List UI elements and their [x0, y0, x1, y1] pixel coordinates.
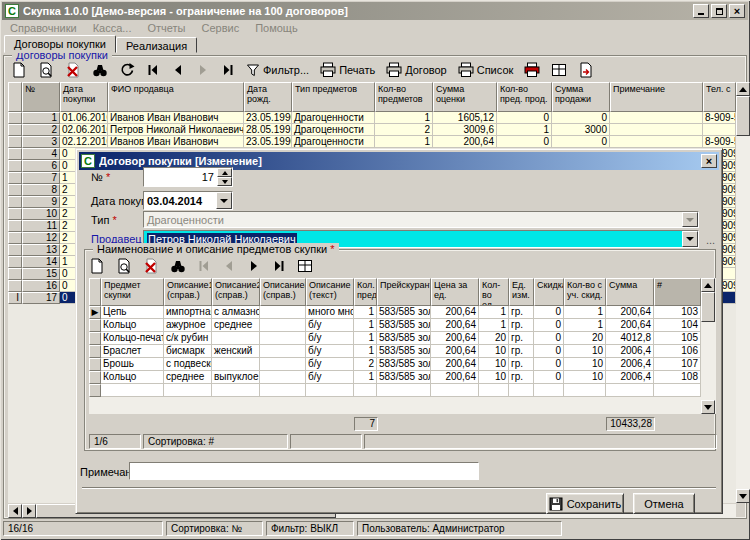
column-header[interactable]: Сумма оценки: [433, 82, 497, 112]
seller-dropdown-button[interactable]: [682, 231, 698, 247]
menu-item-service[interactable]: Сервис: [201, 22, 239, 34]
table-cell[interactable]: Петров Николай Николаевич: [108, 124, 244, 136]
table-cell[interactable]: 200,64: [606, 319, 654, 332]
column-header[interactable]: №: [22, 82, 60, 112]
column-header[interactable]: Описание3 (справ.): [260, 278, 306, 306]
table-cell[interactable]: с алмазной: [212, 306, 260, 319]
vertical-scroll-thumb[interactable]: [701, 292, 715, 322]
table-cell[interactable]: 1: [354, 371, 377, 384]
print-button[interactable]: Печать: [318, 61, 377, 79]
column-header[interactable]: Прейскурант: [377, 278, 431, 306]
table-cell[interactable]: 200,64: [431, 371, 479, 384]
save-button[interactable]: Сохранить: [546, 493, 624, 514]
item-nav-next-button[interactable]: [245, 258, 263, 274]
table-cell[interactable]: 1: [354, 306, 377, 319]
table-cell[interactable]: 23.05.1990: [244, 112, 292, 124]
date-dropdown-button[interactable]: [216, 192, 232, 209]
table-cell[interactable]: [610, 124, 703, 136]
table-cell[interactable]: [610, 112, 703, 124]
table-cell[interactable]: [703, 124, 736, 136]
table-row[interactable]: Брошьс подвескойб/у2583/585 золо200,6410…: [89, 358, 701, 371]
table-cell[interactable]: Драгоценности: [292, 124, 375, 136]
table-cell[interactable]: 104: [654, 319, 701, 332]
table-cell[interactable]: выпуклое: [212, 371, 260, 384]
table-cell[interactable]: [610, 136, 703, 148]
table-cell[interactable]: 1: [564, 306, 606, 319]
refresh-button[interactable]: [117, 61, 137, 79]
table-cell[interactable]: гр.: [509, 371, 534, 384]
table-cell[interactable]: [260, 345, 306, 358]
scroll-up-button[interactable]: [736, 82, 750, 96]
table-cell[interactable]: 2: [354, 358, 377, 371]
table-cell[interactable]: импортная: [164, 306, 212, 319]
column-header[interactable]: Тел. с: [703, 82, 736, 112]
table-cell[interactable]: 200,64: [431, 345, 479, 358]
table-cell[interactable]: [260, 306, 306, 319]
table-cell[interactable]: 1: [564, 319, 606, 332]
table-cell[interactable]: [260, 371, 306, 384]
table-cell[interactable]: Кольцо-печатка: [101, 332, 164, 345]
table-cell[interactable]: 0: [497, 112, 552, 124]
cash-print-button[interactable]: [522, 61, 542, 79]
item-nav-last-button[interactable]: [270, 258, 288, 274]
table-cell[interactable]: [260, 332, 306, 345]
table-cell[interactable]: 3000: [552, 124, 610, 136]
table-cell[interactable]: 200,64: [431, 306, 479, 319]
table-cell[interactable]: 583/585 золо: [377, 306, 431, 319]
table-cell[interactable]: среднее: [212, 319, 260, 332]
table-cell[interactable]: 583/585 золо: [377, 345, 431, 358]
nav-first-button[interactable]: [144, 62, 162, 78]
table-cell[interactable]: 20: [564, 332, 606, 345]
table-cell[interactable]: 8-909-5: [703, 112, 736, 124]
column-header[interactable]: Предмет скупки: [101, 278, 164, 306]
contract-number-field[interactable]: 17: [143, 167, 233, 187]
table-cell[interactable]: 103: [654, 306, 701, 319]
column-header[interactable]: ФИО продавца: [108, 82, 244, 112]
table-cell[interactable]: 200,64: [431, 358, 479, 371]
table-cell[interactable]: 1: [497, 124, 552, 136]
vertical-scroll-thumb[interactable]: [736, 96, 750, 136]
tab-purchase-contracts[interactable]: Договоры покупки: [4, 35, 116, 53]
table-cell[interactable]: Браслет: [101, 345, 164, 358]
column-header[interactable]: Примечание: [610, 82, 703, 112]
scroll-up-button[interactable]: [701, 278, 715, 292]
table-cell[interactable]: 583/585 золо: [377, 358, 431, 371]
table-cell[interactable]: Иванов Иван Иванович: [108, 112, 244, 124]
nav-last-button[interactable]: [219, 62, 237, 78]
table-cell[interactable]: б/у: [306, 371, 354, 384]
column-header[interactable]: #: [654, 278, 701, 306]
table-cell[interactable]: бисмарк: [164, 345, 212, 358]
table-cell[interactable]: среднее: [164, 371, 212, 384]
table-cell[interactable]: 200,64: [433, 136, 497, 148]
menu-item-help[interactable]: Помощь: [255, 22, 298, 34]
table-cell[interactable]: 0: [534, 319, 564, 332]
table-cell[interactable]: б/у: [306, 345, 354, 358]
table-cell[interactable]: 23.05.1990: [244, 136, 292, 148]
column-header[interactable]: Сумма продажи: [552, 82, 610, 112]
new-record-button[interactable]: [9, 61, 29, 79]
table-cell[interactable]: 0: [534, 306, 564, 319]
table-cell[interactable]: 108: [654, 371, 701, 384]
item-grid-button[interactable]: [295, 257, 315, 275]
table-cell[interactable]: 10: [479, 371, 509, 384]
table-cell[interactable]: Кольцо: [101, 319, 164, 332]
table-cell[interactable]: 200,64: [606, 306, 654, 319]
table-cell[interactable]: б/у: [306, 358, 354, 371]
table-cell[interactable]: 0: [534, 358, 564, 371]
item-new-button[interactable]: [87, 257, 107, 275]
column-header[interactable]: Дата рожд.: [244, 82, 292, 112]
table-cell[interactable]: гр.: [509, 345, 534, 358]
table-cell[interactable]: ажурное: [164, 319, 212, 332]
column-header[interactable]: Цена за ед.: [431, 278, 479, 306]
column-header[interactable]: Тип предметов: [292, 82, 375, 112]
table-cell[interactable]: б/у: [306, 332, 354, 345]
table-row[interactable]: ▶Цепьимпортнаяс алмазноймного много1583/…: [89, 306, 701, 319]
table-row[interactable]: 101.06.2010Иванов Иван Иванович23.05.199…: [8, 112, 736, 124]
table-cell[interactable]: 1: [354, 345, 377, 358]
table-cell[interactable]: 200,64: [431, 332, 479, 345]
column-header[interactable]: Кол-во с уч. скид.: [564, 278, 606, 306]
table-cell[interactable]: 0: [552, 112, 610, 124]
close-button[interactable]: ×: [729, 4, 745, 18]
column-header[interactable]: Описание1 (справ.): [164, 278, 212, 306]
table-cell[interactable]: 10: [564, 358, 606, 371]
